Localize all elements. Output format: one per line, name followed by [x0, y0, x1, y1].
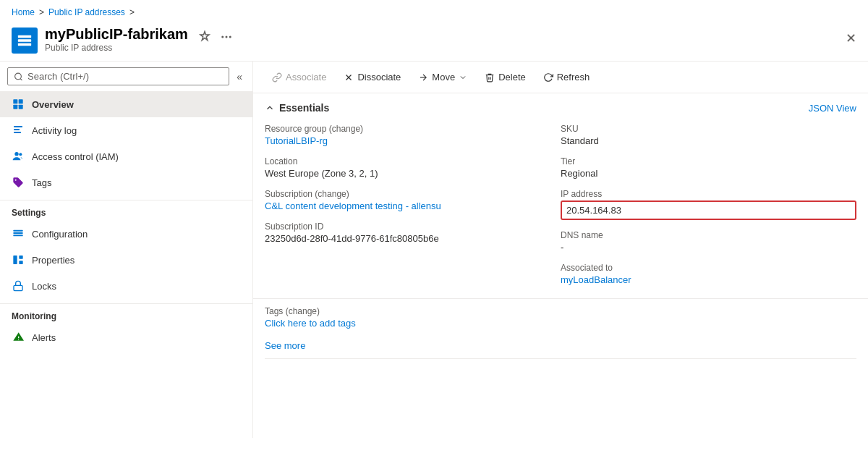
- svg-rect-2: [18, 43, 31, 46]
- svg-rect-8: [13, 99, 17, 104]
- dns-name-label: DNS name: [561, 230, 856, 240]
- activity-log-icon: [12, 124, 25, 137]
- location-field: Location West Europe (Zone 3, 2, 1): [265, 156, 561, 179]
- sidebar-item-overview[interactable]: Overview: [0, 91, 252, 117]
- alerts-icon: [12, 331, 25, 344]
- dns-name-value: -: [561, 242, 856, 253]
- main-content: Associate Dissociate Move: [253, 62, 868, 438]
- dissociate-button[interactable]: Dissociate: [336, 67, 408, 87]
- sidebar-item-configuration-label: Configuration: [32, 229, 88, 240]
- sidebar-item-tags[interactable]: Tags: [0, 169, 252, 195]
- sidebar-item-locks-label: Locks: [32, 281, 56, 292]
- move-chevron-icon: [459, 73, 467, 82]
- resource-group-value[interactable]: TutorialLBIP-rg: [265, 135, 561, 146]
- svg-point-5: [229, 36, 231, 38]
- settings-section-label: Settings: [0, 200, 252, 221]
- collapse-button[interactable]: «: [234, 68, 245, 85]
- essentials-header: Essentials JSON View: [265, 102, 856, 114]
- breadcrumb-sep1: >: [39, 7, 44, 17]
- pin-icon[interactable]: [198, 30, 211, 43]
- delete-button[interactable]: Delete: [477, 67, 533, 87]
- move-icon: [418, 72, 428, 83]
- associate-button[interactable]: Associate: [265, 67, 333, 87]
- sidebar-item-properties[interactable]: Properties: [0, 247, 252, 273]
- sidebar-item-configuration[interactable]: Configuration: [0, 221, 252, 247]
- search-wrap[interactable]: [7, 67, 229, 85]
- sidebar: « Overview Activity log: [0, 62, 253, 438]
- see-more-link[interactable]: See more: [265, 340, 305, 351]
- locks-icon: [12, 279, 25, 292]
- tags-label: Tags (change): [265, 306, 856, 316]
- ip-address-value: 20.54.164.83: [561, 200, 856, 220]
- sidebar-item-overview-label: Overview: [32, 99, 74, 110]
- monitoring-section-label: Monitoring: [0, 303, 252, 324]
- tier-value: Regional: [561, 168, 856, 179]
- bottom-divider: [265, 358, 856, 359]
- essentials-title-text: Essentials: [279, 102, 329, 114]
- svg-rect-24: [14, 285, 22, 290]
- close-button[interactable]: ✕: [846, 30, 856, 46]
- svg-rect-13: [14, 129, 20, 130]
- location-label: Location: [265, 156, 561, 166]
- move-label: Move: [432, 72, 455, 83]
- resource-type: Public IP address: [45, 43, 188, 53]
- associate-icon: [272, 72, 282, 83]
- sku-field: SKU Standard: [561, 124, 856, 146]
- breadcrumb-home[interactable]: Home: [12, 7, 35, 17]
- dns-name-field: DNS name -: [561, 230, 856, 253]
- svg-rect-20: [13, 235, 22, 236]
- essentials-left-col: Resource group (change) TutorialLBIP-rg …: [265, 124, 561, 285]
- refresh-label: Refresh: [557, 72, 590, 83]
- subscription-value[interactable]: C&L content development testing - allens…: [265, 200, 561, 211]
- tags-add-link[interactable]: Click here to add tags: [265, 318, 856, 329]
- subscription-field: Subscription (change) C&L content develo…: [265, 189, 561, 211]
- move-button[interactable]: Move: [411, 67, 475, 87]
- ip-address-label: IP address: [561, 189, 856, 199]
- tier-field: Tier Regional: [561, 156, 856, 179]
- toolbar: Associate Dissociate Move: [253, 62, 868, 93]
- page-title: myPublicIP-fabrikam: [45, 26, 188, 43]
- json-view-link[interactable]: JSON View: [809, 103, 856, 114]
- overview-icon: [12, 98, 25, 111]
- svg-point-6: [15, 73, 22, 80]
- svg-point-17: [15, 180, 17, 181]
- sidebar-item-activity-log[interactable]: Activity log: [0, 117, 252, 143]
- sidebar-item-properties-label: Properties: [32, 255, 75, 266]
- delete-label: Delete: [498, 72, 526, 83]
- refresh-button[interactable]: Refresh: [536, 67, 597, 87]
- see-more-section: See more: [253, 336, 868, 358]
- sidebar-item-alerts[interactable]: Alerts: [0, 324, 252, 350]
- svg-rect-14: [14, 132, 21, 133]
- dissociate-icon: [344, 72, 354, 83]
- header-text: myPublicIP-fabrikam Public IP address: [45, 26, 188, 53]
- ellipsis-icon[interactable]: [220, 30, 233, 43]
- properties-icon: [12, 253, 25, 266]
- breadcrumb-public-ips[interactable]: Public IP addresses: [48, 7, 125, 17]
- delete-icon: [485, 72, 495, 83]
- essentials-section: Essentials JSON View Resource group (cha…: [253, 93, 868, 294]
- sidebar-item-locks[interactable]: Locks: [0, 273, 252, 299]
- sidebar-item-iam[interactable]: Access control (IAM): [0, 143, 252, 169]
- associated-to-field: Associated to myLoadBalancer: [561, 263, 856, 285]
- svg-rect-1: [18, 39, 31, 42]
- svg-point-4: [225, 36, 227, 38]
- iam-icon: [12, 150, 25, 163]
- sidebar-item-alerts-label: Alerts: [32, 332, 56, 343]
- svg-rect-10: [13, 105, 17, 109]
- subscription-id-field: Subscription ID 23250d6d-28f0-41dd-9776-…: [265, 221, 561, 244]
- collapse-essentials-icon[interactable]: [265, 103, 275, 113]
- location-value: West Europe (Zone 3, 2, 1): [265, 168, 561, 179]
- tags-icon: [12, 176, 25, 189]
- main-layout: « Overview Activity log: [0, 62, 868, 438]
- svg-point-3: [221, 36, 224, 38]
- ip-address-field: IP address 20.54.164.83: [561, 189, 856, 220]
- svg-rect-12: [14, 126, 22, 127]
- search-input[interactable]: [27, 71, 223, 82]
- svg-rect-9: [19, 99, 23, 104]
- svg-rect-23: [19, 261, 22, 264]
- tags-section: Tags (change) Click here to add tags: [253, 298, 868, 336]
- associated-to-value[interactable]: myLoadBalancer: [561, 274, 856, 285]
- breadcrumb-sep2: >: [129, 7, 135, 17]
- sidebar-item-iam-label: Access control (IAM): [32, 151, 119, 162]
- subscription-id-value: 23250d6d-28f0-41dd-9776-61fc80805b6e: [265, 233, 561, 244]
